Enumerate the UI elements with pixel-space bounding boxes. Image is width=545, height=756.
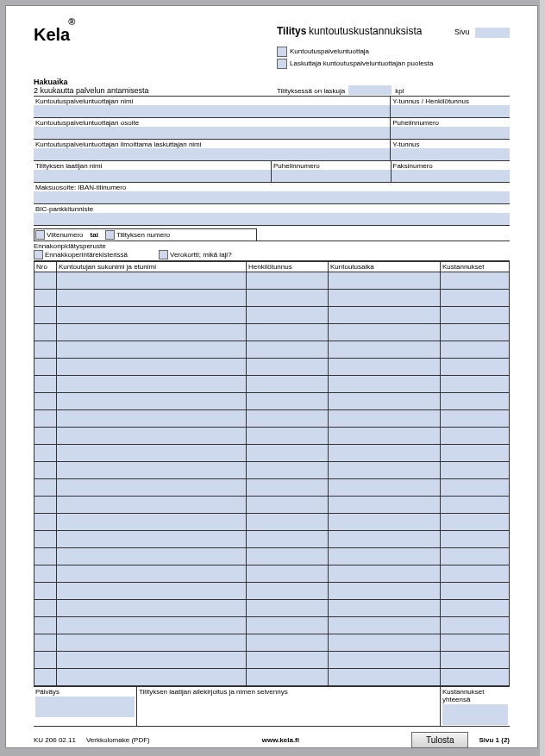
table-cell[interactable] [247,530,329,547]
table-cell[interactable] [34,668,57,685]
table-cell[interactable] [57,513,247,530]
table-cell[interactable] [441,547,510,565]
table-cell[interactable] [329,565,441,582]
table-cell[interactable] [34,341,57,358]
table-cell[interactable] [34,375,57,392]
provider-id-input[interactable] [391,105,510,117]
table-cell[interactable] [441,375,510,392]
table-cell[interactable] [247,599,329,616]
biller-checkbox[interactable] [277,59,287,69]
date-input[interactable] [35,697,135,717]
table-cell[interactable] [329,427,441,444]
table-cell[interactable] [34,272,57,289]
table-cell[interactable] [441,289,510,306]
table-cell[interactable] [34,513,57,530]
table-cell[interactable] [34,599,57,616]
iban-input[interactable] [34,191,510,203]
settlement-number-checkbox[interactable] [105,230,115,240]
table-cell[interactable] [247,427,329,444]
table-cell[interactable] [57,599,247,616]
table-cell[interactable] [247,668,329,685]
table-cell[interactable] [441,341,510,358]
table-cell[interactable] [247,616,329,634]
table-cell[interactable] [329,289,441,306]
vertical-scrollbar[interactable] [540,0,545,756]
table-cell[interactable] [57,392,247,409]
table-cell[interactable] [57,496,247,513]
invoice-count-input[interactable] [348,85,392,95]
table-cell[interactable] [329,306,441,323]
table-cell[interactable] [329,616,441,634]
table-cell[interactable] [441,582,510,599]
table-cell[interactable] [247,547,329,565]
table-cell[interactable] [57,668,247,685]
table-cell[interactable] [57,461,247,478]
table-cell[interactable] [34,289,57,306]
table-cell[interactable] [34,496,57,513]
table-cell[interactable] [247,306,329,323]
preparer-fax-input[interactable] [392,170,511,182]
table-cell[interactable] [329,668,441,685]
table-cell[interactable] [329,496,441,513]
table-cell[interactable] [441,599,510,616]
table-cell[interactable] [57,289,247,306]
table-cell[interactable] [57,530,247,547]
page-number-input[interactable] [475,28,510,38]
table-cell[interactable] [247,496,329,513]
table-cell[interactable] [441,478,510,496]
table-cell[interactable] [441,444,510,461]
table-cell[interactable] [34,582,57,599]
table-cell[interactable] [329,599,441,616]
table-cell[interactable] [247,444,329,461]
table-cell[interactable] [247,358,329,375]
prepayment-register-checkbox[interactable] [34,250,43,259]
table-cell[interactable] [57,272,247,289]
table-cell[interactable] [57,427,247,444]
table-cell[interactable] [247,409,329,427]
table-cell[interactable] [34,392,57,409]
tax-card-checkbox[interactable] [159,250,168,259]
table-cell[interactable] [441,530,510,547]
table-cell[interactable] [441,513,510,530]
table-cell[interactable] [329,634,441,651]
provider-phone-input[interactable] [391,127,510,139]
table-cell[interactable] [57,547,247,565]
table-cell[interactable] [441,272,510,289]
biller-name-input[interactable] [34,148,390,160]
table-cell[interactable] [441,616,510,634]
table-cell[interactable] [57,409,247,427]
table-cell[interactable] [57,478,247,496]
table-cell[interactable] [57,651,247,668]
producer-checkbox[interactable] [277,47,287,57]
table-cell[interactable] [329,375,441,392]
table-cell[interactable] [329,582,441,599]
table-cell[interactable] [441,323,510,341]
table-cell[interactable] [247,582,329,599]
table-cell[interactable] [441,668,510,685]
table-cell[interactable] [329,651,441,668]
table-cell[interactable] [57,306,247,323]
table-cell[interactable] [34,427,57,444]
table-cell[interactable] [329,513,441,530]
table-cell[interactable] [34,530,57,547]
table-cell[interactable] [247,513,329,530]
table-cell[interactable] [247,392,329,409]
reference-number-checkbox[interactable] [35,230,45,240]
table-cell[interactable] [34,444,57,461]
table-cell[interactable] [441,392,510,409]
table-cell[interactable] [247,341,329,358]
table-cell[interactable] [247,565,329,582]
table-cell[interactable] [247,634,329,651]
table-cell[interactable] [34,565,57,582]
table-cell[interactable] [57,616,247,634]
table-cell[interactable] [441,427,510,444]
table-cell[interactable] [441,634,510,651]
table-cell[interactable] [34,323,57,341]
table-cell[interactable] [34,478,57,496]
table-cell[interactable] [247,323,329,341]
table-cell[interactable] [247,375,329,392]
total-input[interactable] [442,704,508,725]
table-cell[interactable] [441,461,510,478]
table-cell[interactable] [329,461,441,478]
table-cell[interactable] [57,634,247,651]
